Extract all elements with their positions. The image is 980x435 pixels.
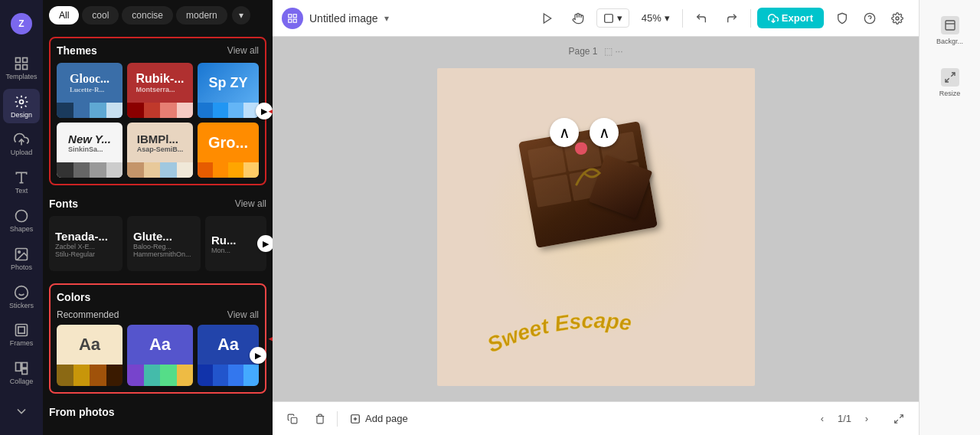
page-icon-2[interactable]: ··· xyxy=(616,46,623,57)
toolbar-divider-1 xyxy=(682,9,683,28)
sidebar-logo[interactable]: Z xyxy=(3,6,40,41)
filter-tab-more[interactable]: ▾ xyxy=(232,6,250,25)
canvas-image: ∧ ∧ xyxy=(450,81,741,372)
bottom-copy-btn[interactable] xyxy=(282,408,303,430)
svg-rect-37 xyxy=(946,21,955,30)
sidebar-item-design[interactable]: Design xyxy=(3,89,40,124)
right-panel-background[interactable]: Backgr... xyxy=(926,6,975,55)
from-photos-label: From photos xyxy=(43,400,273,424)
themes-section: Themes View all Glooc... Lucette-R... xyxy=(49,37,266,185)
bottom-expand-btn[interactable] xyxy=(888,408,910,430)
colors-grid: Aa Aa Aa xyxy=(57,325,259,386)
fonts-scroll-btn[interactable]: ▶ xyxy=(257,235,273,252)
bottom-toolbar: Add page ‹ 1/1 › xyxy=(273,401,919,435)
toolbar-hand-btn[interactable] xyxy=(566,6,590,31)
svg-line-36 xyxy=(895,420,898,423)
page-prev-btn[interactable]: ‹ xyxy=(813,410,831,428)
bottom-divider xyxy=(337,411,338,427)
page-next-btn[interactable]: › xyxy=(858,410,876,428)
sidebar-item-stickers[interactable]: Stickers xyxy=(3,280,40,315)
theme-card-4[interactable]: IBMPl... Asap-SemiB... xyxy=(127,123,193,178)
sidebar-item-templates[interactable]: Templates xyxy=(3,51,40,86)
filter-tab-cool[interactable]: cool xyxy=(82,6,119,25)
main-area: Untitled image ▾ ▾ 45% ▾ Export xyxy=(273,0,919,435)
sidebar-item-text[interactable]: Text xyxy=(3,165,40,200)
themes-scroll-btn[interactable]: ▶ xyxy=(256,103,273,119)
svg-line-38 xyxy=(951,73,955,77)
document-title: Untitled image xyxy=(309,12,378,25)
canvas-area[interactable]: Page 1 ⬚ ··· xyxy=(273,37,919,401)
sidebar-item-shapes[interactable]: Shapes xyxy=(3,203,40,238)
colors-recommended-label: Recommended xyxy=(57,309,119,320)
colors-scroll-btn[interactable]: ▶ xyxy=(250,347,266,364)
filter-tab-modern[interactable]: modern xyxy=(176,6,227,25)
themes-title: Themes xyxy=(57,44,97,57)
export-button[interactable]: Export xyxy=(757,8,824,28)
color-card-0[interactable]: Aa xyxy=(57,325,122,386)
sidebar-item-frames[interactable]: Frames xyxy=(3,318,40,353)
svg-point-10 xyxy=(18,251,20,253)
resize-icon xyxy=(941,68,959,87)
toolbar-play-btn[interactable] xyxy=(535,6,560,31)
svg-marker-23 xyxy=(544,14,550,23)
icon-sidebar: Z Templates Design Upload Text Shapes Ph… xyxy=(0,0,43,435)
filter-tab-concise[interactable]: concise xyxy=(122,6,173,25)
theme-card-0[interactable]: Glooc... Lucette-R... xyxy=(57,63,122,118)
font-card-1[interactable]: Glute... Baloo-Reg... HammersmithOn... xyxy=(127,216,201,271)
svg-point-4 xyxy=(20,100,24,103)
toolbar-divider-2 xyxy=(750,9,751,28)
colors-arrow-indicator: ◄ xyxy=(265,329,273,348)
fonts-section: Fonts View all Tenada-... Zacbel X-E... … xyxy=(43,191,273,277)
svg-rect-18 xyxy=(22,369,28,374)
sidebar-item-upload[interactable]: Upload xyxy=(3,126,40,162)
color-card-1[interactable]: Aa xyxy=(127,325,193,386)
colors-section: Colors Recommended View all Aa Aa xyxy=(49,283,266,394)
toolbar-zoom[interactable]: 45% ▾ xyxy=(635,9,676,27)
font-card-0[interactable]: Tenada-... Zacbel X-E... Stilu-Regular xyxy=(49,216,122,271)
themes-viewall[interactable]: View all xyxy=(227,45,259,56)
add-page-btn[interactable]: Add page xyxy=(344,410,414,427)
sidebar-item-collage[interactable]: Collage xyxy=(3,355,40,391)
svg-rect-0 xyxy=(16,57,21,62)
svg-rect-19 xyxy=(289,14,292,17)
svg-rect-15 xyxy=(18,327,24,333)
character-tongue xyxy=(575,142,587,155)
sidebar-item-photos[interactable]: Photos xyxy=(3,241,40,276)
themes-grid: Glooc... Lucette-R... Rubik-... Montserr… xyxy=(57,63,259,178)
main-toolbar-logo xyxy=(282,8,303,29)
svg-rect-2 xyxy=(16,64,21,69)
toolbar-undo-btn[interactable] xyxy=(689,6,714,31)
title-dropdown-icon[interactable]: ▾ xyxy=(384,13,389,24)
fonts-grid: Tenada-... Zacbel X-E... Stilu-Regular G… xyxy=(49,216,266,271)
toolbar-shield-btn[interactable] xyxy=(830,6,854,31)
theme-card-3[interactable]: New Y... SinkinSa... xyxy=(57,123,122,178)
svg-point-8 xyxy=(16,210,28,221)
svg-rect-21 xyxy=(289,19,292,22)
toolbar-view-btn[interactable]: ▾ xyxy=(596,8,629,28)
svg-point-11 xyxy=(15,286,28,299)
toolbar-settings-btn[interactable] xyxy=(885,6,910,31)
sidebar-collapse-btn[interactable] xyxy=(3,394,40,429)
right-panel-resize[interactable]: Resize xyxy=(926,58,975,107)
theme-card-5[interactable]: Gro... xyxy=(198,123,259,178)
svg-line-35 xyxy=(900,414,903,417)
toolbar-right-icons xyxy=(830,6,910,31)
theme-card-1[interactable]: Rubik-... Montserra... xyxy=(127,63,193,118)
theme-card-2[interactable]: Sp ZY xyxy=(198,63,259,118)
colors-header: Colors xyxy=(57,291,259,303)
fonts-viewall[interactable]: View all xyxy=(235,198,266,209)
filter-tabs: All cool concise modern ▾ xyxy=(43,0,273,31)
svg-rect-31 xyxy=(291,417,297,424)
background-icon xyxy=(941,16,959,34)
character-tail xyxy=(573,158,603,191)
sweet-escape-text-arc: Sweet Escape Sweet Escape xyxy=(458,289,733,366)
toolbar-help-btn[interactable] xyxy=(858,6,882,31)
page-icon-1[interactable]: ⬚ xyxy=(604,46,612,57)
filter-tab-all[interactable]: All xyxy=(49,6,79,25)
svg-rect-1 xyxy=(23,57,28,62)
colors-viewall[interactable]: View all xyxy=(227,309,259,320)
colors-recommended-row: Recommended View all xyxy=(57,309,259,320)
bottom-delete-btn[interactable] xyxy=(309,408,331,430)
toolbar-redo-btn[interactable] xyxy=(720,6,744,31)
canvas-frame[interactable]: ∧ ∧ xyxy=(437,68,755,386)
